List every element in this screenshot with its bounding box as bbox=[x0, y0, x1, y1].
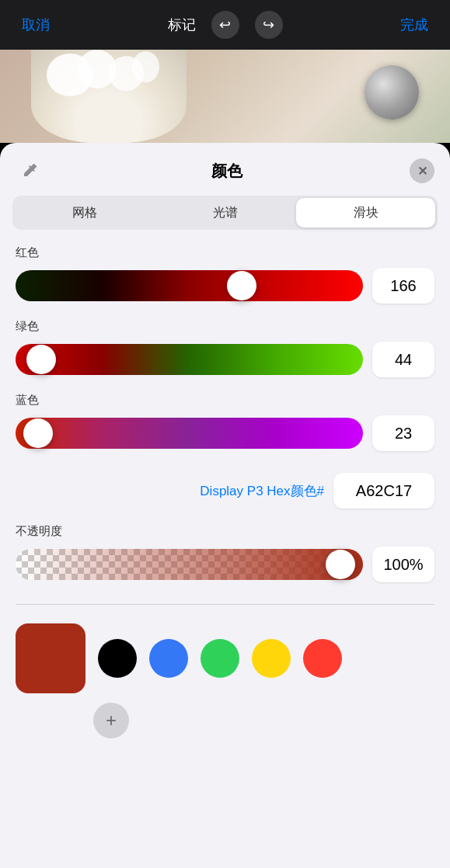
red-slider-thumb[interactable] bbox=[227, 271, 256, 300]
blue-slider-section: 蓝色 23 bbox=[0, 393, 450, 467]
red-value: 166 bbox=[390, 277, 416, 295]
hex-label: Display P3 Hex颜色# bbox=[200, 482, 324, 500]
swatch-green[interactable] bbox=[201, 639, 239, 678]
blue-slider-track[interactable] bbox=[16, 418, 363, 449]
swatch-yellow[interactable] bbox=[252, 639, 291, 678]
color-panel: 颜色 ✕ 网格 光谱 滑块 红色 166 绿色 bbox=[0, 143, 450, 868]
done-button[interactable]: 完成 bbox=[394, 12, 434, 37]
close-button[interactable]: ✕ bbox=[410, 158, 434, 183]
swatches-bottom-row: + bbox=[0, 693, 450, 738]
cancel-button[interactable]: 取消 bbox=[16, 12, 56, 37]
current-color-swatch[interactable] bbox=[16, 623, 85, 693]
hex-value: A62C17 bbox=[356, 482, 412, 500]
image-object bbox=[365, 65, 419, 120]
green-label: 绿色 bbox=[16, 319, 434, 334]
blue-label: 蓝色 bbox=[16, 393, 434, 408]
segment-grid[interactable]: 网格 bbox=[15, 198, 154, 227]
opacity-label: 不透明度 bbox=[16, 524, 434, 539]
opacity-gradient bbox=[16, 549, 363, 580]
green-value: 44 bbox=[395, 351, 412, 369]
opacity-value: 100% bbox=[383, 556, 423, 574]
opacity-track[interactable] bbox=[16, 549, 363, 580]
opacity-section: 不透明度 100% bbox=[0, 524, 450, 598]
blue-value: 23 bbox=[395, 425, 412, 443]
image-area bbox=[0, 50, 450, 143]
red-slider-track[interactable] bbox=[16, 270, 363, 301]
hex-row: Display P3 Hex颜色# A62C17 bbox=[0, 467, 450, 524]
close-icon: ✕ bbox=[417, 164, 427, 179]
panel-header: 颜色 ✕ bbox=[0, 143, 450, 196]
undo-button[interactable]: ↩ bbox=[211, 11, 239, 39]
eyedropper-icon bbox=[20, 161, 39, 180]
swatch-red[interactable] bbox=[303, 639, 342, 678]
toolbar-title: 标记 bbox=[168, 16, 196, 34]
green-slider-track[interactable] bbox=[16, 344, 363, 375]
swatch-blue[interactable] bbox=[149, 639, 188, 678]
opacity-value-box: 100% bbox=[372, 547, 434, 582]
green-slider-thumb[interactable] bbox=[26, 345, 56, 374]
segment-spectrum[interactable]: 光谱 bbox=[155, 198, 295, 227]
swatches-section bbox=[0, 611, 450, 693]
red-slider-track-wrap bbox=[16, 268, 363, 304]
red-slider-section: 红色 166 bbox=[0, 245, 450, 319]
blue-slider-thumb[interactable] bbox=[23, 418, 53, 448]
green-slider-track-wrap bbox=[16, 342, 363, 377]
swatch-black[interactable] bbox=[98, 639, 137, 678]
top-center: 标记 ↩ ↪ bbox=[168, 11, 283, 39]
redo-button[interactable]: ↪ bbox=[255, 11, 283, 39]
blue-slider-row: 23 bbox=[16, 415, 434, 451]
red-label: 红色 bbox=[16, 245, 434, 260]
opacity-thumb[interactable] bbox=[326, 550, 355, 579]
blue-value-box: 23 bbox=[372, 415, 434, 451]
divider bbox=[16, 604, 434, 605]
preset-swatches bbox=[98, 639, 342, 678]
red-slider-row: 166 bbox=[16, 268, 434, 304]
green-value-box: 44 bbox=[372, 342, 434, 377]
add-swatch-button[interactable]: + bbox=[93, 703, 129, 738]
eyedropper-button[interactable] bbox=[16, 157, 44, 185]
flower-decoration bbox=[132, 51, 159, 82]
add-swatch-icon: + bbox=[106, 710, 117, 731]
red-value-box: 166 bbox=[372, 268, 434, 304]
panel-title: 颜色 bbox=[211, 161, 242, 182]
segment-sliders[interactable]: 滑块 bbox=[296, 198, 435, 227]
green-slider-row: 44 bbox=[16, 342, 434, 377]
opacity-slider-row: 100% bbox=[16, 547, 434, 582]
blue-slider-track-wrap bbox=[16, 415, 363, 451]
green-slider-section: 绿色 44 bbox=[0, 319, 450, 393]
segment-control: 网格 光谱 滑块 bbox=[12, 196, 438, 230]
top-toolbar: 取消 标记 ↩ ↪ 完成 bbox=[0, 0, 450, 50]
hex-value-box[interactable]: A62C17 bbox=[333, 473, 434, 509]
opacity-track-wrap bbox=[16, 547, 363, 582]
